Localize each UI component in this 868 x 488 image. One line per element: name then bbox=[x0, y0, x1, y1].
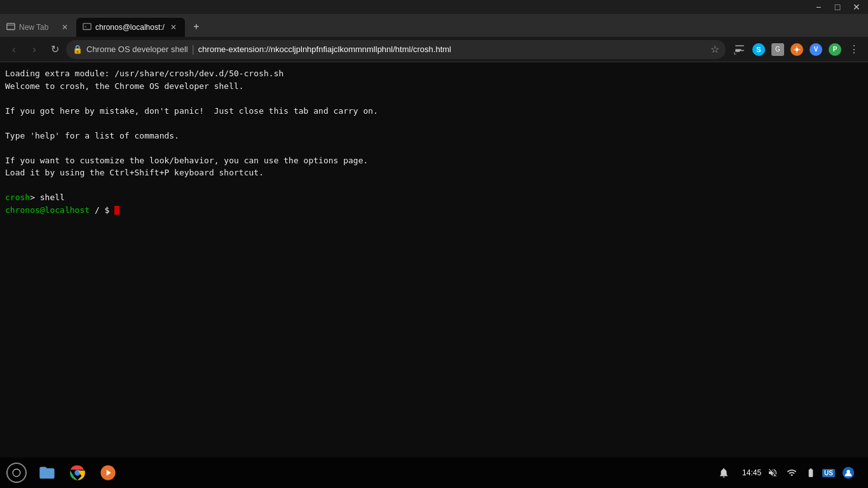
skype-extension-button[interactable]: S bbox=[750, 41, 768, 58]
tab-new-tab-label: New Tab bbox=[19, 23, 56, 32]
files-icon bbox=[38, 464, 56, 482]
ext3-icon: V bbox=[810, 43, 822, 56]
locale-indicator: US bbox=[822, 469, 835, 477]
terminal-output: Loading extra module: /usr/share/crosh/d… bbox=[5, 67, 863, 216]
new-tab-icon bbox=[6, 23, 15, 32]
taskbar: 14:45 US bbox=[0, 458, 868, 488]
address-separator: | bbox=[192, 44, 194, 55]
battery-button[interactable] bbox=[803, 465, 818, 480]
ext4-icon: P bbox=[829, 43, 841, 56]
skype-icon: S bbox=[752, 43, 765, 56]
chrome-icon bbox=[69, 464, 86, 482]
chrome-app-button[interactable] bbox=[66, 461, 89, 484]
bookmark-button[interactable]: ☆ bbox=[710, 43, 719, 55]
forward-button[interactable]: › bbox=[25, 41, 43, 58]
launcher-button[interactable] bbox=[5, 461, 28, 484]
crosh-prompt: crosh bbox=[5, 193, 30, 202]
ext3-button[interactable]: V bbox=[807, 41, 825, 58]
time-display: 14:45 bbox=[742, 468, 761, 477]
crosh-tab-icon: >_ bbox=[83, 23, 92, 32]
tab-crosh[interactable]: >_ chronos@localhost:/ ✕ bbox=[76, 18, 185, 37]
minimize-button[interactable]: − bbox=[810, 1, 827, 13]
new-tab-button[interactable]: + bbox=[187, 18, 205, 36]
secure-icon: 🔒 bbox=[72, 44, 83, 54]
files-app-button[interactable] bbox=[36, 461, 58, 484]
launcher-icon bbox=[6, 463, 27, 483]
notification-icon bbox=[718, 467, 729, 478]
play-app-button[interactable] bbox=[97, 461, 119, 484]
cast-extension-button[interactable] bbox=[731, 41, 749, 58]
account-button[interactable] bbox=[839, 463, 858, 482]
shell-prompt-user: chronos@localhost bbox=[5, 205, 90, 215]
menu-button[interactable]: ⋮ bbox=[845, 41, 863, 58]
taskbar-right: 14:45 US bbox=[715, 461, 863, 485]
ext2-icon bbox=[790, 43, 803, 56]
shell-prompt-path: / $ bbox=[90, 205, 114, 215]
play-icon bbox=[99, 464, 117, 482]
ext1-icon: G bbox=[771, 43, 784, 56]
nav-right-icons: S G V P ⋮ bbox=[731, 41, 863, 58]
tab-bar: New Tab ✕ >_ chronos@localhost:/ ✕ + bbox=[0, 14, 868, 37]
taskbar-apps bbox=[5, 461, 119, 484]
wifi-button[interactable] bbox=[784, 465, 799, 480]
svg-point-4 bbox=[796, 48, 799, 51]
svg-text:>_: >_ bbox=[85, 24, 90, 29]
crosh-tab-label: chronos@localhost:/ bbox=[95, 23, 165, 32]
cast-icon bbox=[734, 44, 745, 55]
wifi-icon bbox=[787, 468, 797, 478]
ext4-button[interactable]: P bbox=[826, 41, 844, 58]
title-bar: − □ ✕ bbox=[0, 0, 868, 14]
mute-icon bbox=[768, 468, 778, 478]
reload-button[interactable]: ↻ bbox=[46, 41, 64, 58]
close-button[interactable]: ✕ bbox=[848, 1, 865, 13]
window-controls: − □ ✕ bbox=[810, 1, 865, 13]
mute-button[interactable] bbox=[765, 465, 780, 480]
tab-new-tab[interactable]: New Tab ✕ bbox=[0, 18, 76, 37]
status-area[interactable]: 14:45 US bbox=[737, 461, 863, 485]
ext1-button[interactable]: G bbox=[769, 41, 787, 58]
crosh-tab-close[interactable]: ✕ bbox=[168, 22, 179, 32]
nav-bar: ‹ › ↻ 🔒 Chrome OS developer shell | ☆ S … bbox=[0, 37, 868, 62]
svg-point-9 bbox=[13, 469, 20, 477]
page-title-text: Chrome OS developer shell bbox=[86, 44, 188, 54]
account-icon bbox=[841, 466, 855, 480]
terminal-area[interactable]: Loading extra module: /usr/share/crosh/d… bbox=[0, 62, 868, 458]
notification-button[interactable] bbox=[715, 464, 732, 481]
maximize-button[interactable]: □ bbox=[829, 1, 846, 13]
address-bar-container[interactable]: 🔒 Chrome OS developer shell | ☆ bbox=[66, 40, 726, 59]
svg-rect-0 bbox=[7, 24, 15, 30]
menu-icon: ⋮ bbox=[849, 43, 859, 55]
back-button[interactable]: ‹ bbox=[5, 41, 23, 58]
ext2-button[interactable] bbox=[788, 41, 806, 58]
terminal-cursor bbox=[114, 206, 119, 215]
tab-new-tab-close[interactable]: ✕ bbox=[60, 22, 70, 32]
battery-icon bbox=[806, 468, 816, 478]
address-input[interactable] bbox=[198, 44, 707, 54]
